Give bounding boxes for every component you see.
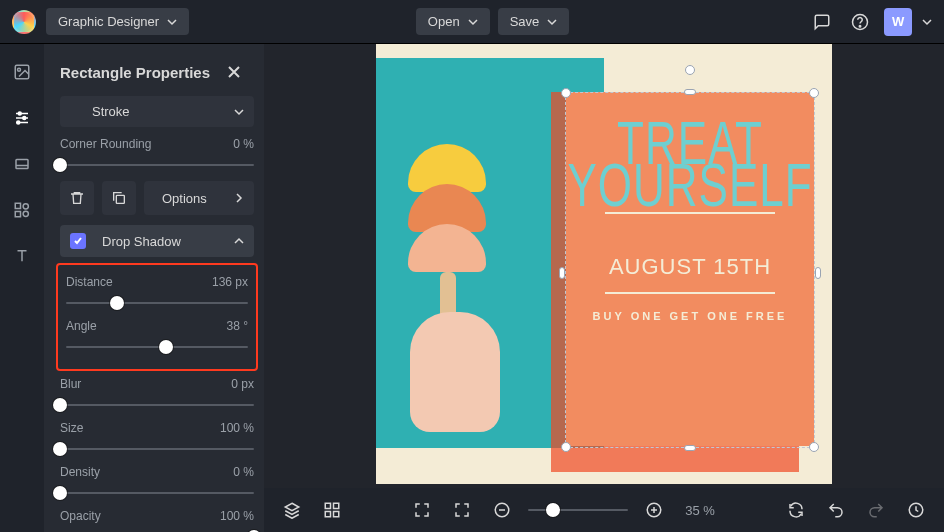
opacity-label: Opacity (60, 509, 101, 523)
shapes-icon[interactable] (8, 196, 36, 224)
svg-rect-20 (334, 503, 339, 508)
left-rail (0, 44, 44, 532)
chevron-right-icon (234, 193, 244, 203)
svg-rect-12 (15, 203, 20, 208)
angle-label: Angle (66, 319, 97, 333)
divider (605, 292, 775, 294)
corner-rounding-slider[interactable] (60, 157, 254, 173)
density-slider[interactable] (60, 485, 254, 501)
bottom-bar: 35 % (264, 488, 944, 532)
drop-shadow-label: Drop Shadow (102, 234, 234, 249)
stroke-label: Stroke (92, 104, 234, 119)
document[interactable]: TREAT YOURSELF AUGUST 15TH BUY ONE GET O… (376, 44, 832, 484)
svg-point-7 (23, 117, 26, 120)
chevron-down-icon (167, 17, 177, 27)
image-icon[interactable] (8, 58, 36, 86)
fullscreen-icon[interactable] (448, 496, 476, 524)
svg-rect-10 (16, 160, 28, 169)
delete-button[interactable] (60, 181, 94, 215)
svg-point-9 (17, 121, 20, 124)
mode-dropdown[interactable]: Graphic Designer (46, 8, 189, 35)
angle-slider[interactable] (66, 339, 248, 355)
poster-tagline: BUY ONE GET ONE FREE (593, 310, 788, 322)
blur-label: Blur (60, 377, 81, 391)
svg-point-5 (18, 112, 21, 115)
poster-headline-2: YOURSELF (567, 155, 812, 214)
density-value: 0 % (233, 465, 254, 479)
size-value: 100 % (220, 421, 254, 435)
svg-point-15 (23, 211, 28, 216)
chevron-down-icon[interactable] (922, 17, 932, 27)
zoom-out-icon[interactable] (488, 496, 516, 524)
chevron-down-icon (547, 17, 557, 27)
comments-icon[interactable] (808, 8, 836, 36)
chevron-down-icon (234, 107, 244, 117)
size-label: Size (60, 421, 83, 435)
svg-rect-18 (116, 195, 124, 203)
chevron-up-icon[interactable] (234, 236, 244, 246)
duplicate-button[interactable] (102, 181, 136, 215)
size-slider[interactable] (60, 441, 254, 457)
svg-rect-21 (325, 512, 330, 517)
layers-stack-icon[interactable] (278, 496, 306, 524)
undo-icon[interactable] (822, 496, 850, 524)
poster[interactable]: TREAT YOURSELF AUGUST 15TH BUY ONE GET O… (566, 92, 814, 446)
open-label: Open (428, 14, 460, 29)
mode-label: Graphic Designer (58, 14, 159, 29)
distance-value: 136 px (212, 275, 248, 289)
corner-rounding-value: 0 % (233, 137, 254, 151)
svg-rect-14 (15, 212, 20, 217)
highlighted-controls: Distance 136 px Angle 38 ° (56, 263, 258, 371)
opacity-value: 100 % (220, 509, 254, 523)
zoom-in-icon[interactable] (640, 496, 668, 524)
redo-icon[interactable] (862, 496, 890, 524)
stroke-swatch (70, 105, 84, 119)
properties-panel: Rectangle Properties Stroke Corner Round… (44, 44, 264, 532)
close-icon[interactable] (220, 58, 248, 86)
chevron-down-icon (468, 17, 478, 27)
adjustments-icon[interactable] (8, 104, 36, 132)
hand (410, 312, 500, 432)
svg-point-13 (23, 204, 28, 209)
open-dropdown[interactable]: Open (416, 8, 490, 35)
canvas-stage[interactable]: TREAT YOURSELF AUGUST 15TH BUY ONE GET O… (264, 44, 944, 488)
sync-icon[interactable] (782, 496, 810, 524)
zoom-level: 35 % (680, 503, 720, 518)
angle-value: 38 ° (227, 319, 248, 333)
help-icon[interactable] (846, 8, 874, 36)
drop-shadow-checkbox[interactable] (70, 233, 86, 249)
layers-icon[interactable] (8, 150, 36, 178)
density-label: Density (60, 465, 100, 479)
poster-date: AUGUST 15TH (609, 254, 771, 280)
svg-point-3 (18, 68, 21, 71)
stroke-dropdown[interactable]: Stroke (60, 96, 254, 127)
options-button[interactable]: Options (144, 181, 254, 215)
zoom-slider[interactable] (528, 502, 628, 518)
distance-label: Distance (66, 275, 113, 289)
fit-screen-icon[interactable] (408, 496, 436, 524)
history-icon[interactable] (902, 496, 930, 524)
avatar[interactable]: W (884, 8, 912, 36)
panel-title: Rectangle Properties (60, 64, 210, 81)
text-icon[interactable] (8, 242, 36, 270)
svg-rect-19 (325, 503, 330, 508)
grid-icon[interactable] (318, 496, 346, 524)
save-dropdown[interactable]: Save (498, 8, 570, 35)
blur-slider[interactable] (60, 397, 254, 413)
app-logo[interactable] (12, 10, 36, 34)
drop-shadow-section: Drop Shadow (60, 225, 254, 257)
svg-rect-22 (334, 512, 339, 517)
distance-slider[interactable] (66, 295, 248, 311)
svg-point-1 (859, 25, 861, 27)
top-bar: Graphic Designer Open Save W (0, 0, 944, 44)
blur-value: 0 px (231, 377, 254, 391)
corner-rounding-label: Corner Rounding (60, 137, 151, 151)
save-label: Save (510, 14, 540, 29)
